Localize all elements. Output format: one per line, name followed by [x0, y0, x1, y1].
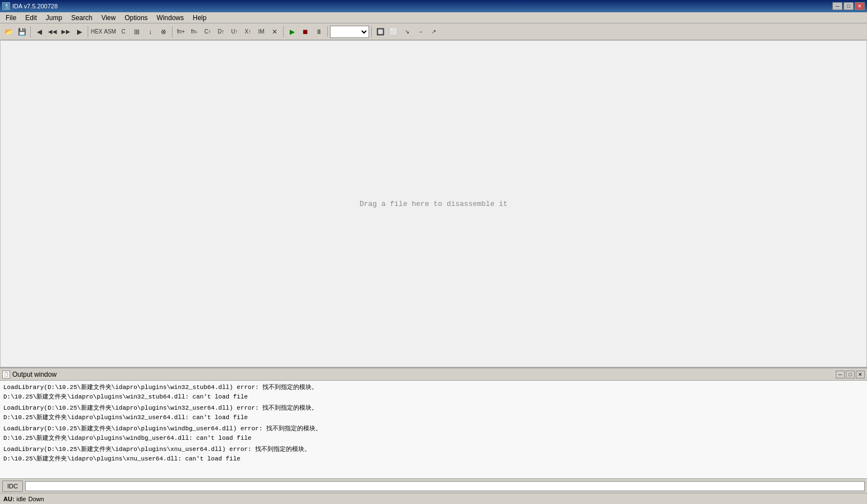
toolbar-xref[interactable]: X↑	[242, 26, 254, 38]
log-line2: D:\10.25\新建文件夹\idapro\plugins\win32_stub…	[3, 392, 864, 402]
toolbar-sep-2	[88, 26, 88, 37]
status-direction: Down	[28, 496, 44, 502]
output-minimize-button[interactable]: ─	[836, 371, 845, 378]
log-line2: D:\10.25\新建文件夹\idapro\plugins\xnu_user64…	[3, 454, 864, 464]
log-line1: LoadLibrary(D:\10.25\新建文件夹\idapro\plugin…	[3, 445, 864, 454]
menu-help[interactable]: Help	[188, 13, 211, 23]
menu-file[interactable]: File	[1, 13, 21, 23]
toolbar-import[interactable]: IM	[255, 26, 267, 38]
status-au-label: AU:	[3, 496, 15, 502]
app-icon: 🔬	[2, 2, 10, 10]
main-disassembly-area: Drag a file here to disassemble it	[0, 40, 867, 367]
status-bar: AU: idle Down	[0, 493, 867, 504]
idc-button[interactable]: IDC	[2, 481, 23, 492]
menu-edit[interactable]: Edit	[21, 13, 41, 23]
log-line2: D:\10.25\新建文件夹\idapro\plugins\windbg_use…	[3, 434, 864, 443]
toolbar-sep-5	[327, 26, 328, 37]
output-content[interactable]: LoadLibrary(D:\10.25\新建文件夹\idapro\plugin…	[0, 381, 867, 478]
output-panel-controls: ─ □ ✕	[836, 371, 865, 378]
status-state: idle	[17, 496, 26, 502]
minimize-button[interactable]: ─	[832, 2, 842, 10]
toolbar-back2[interactable]: ◀◀	[46, 26, 59, 38]
log-line1: LoadLibrary(D:\10.25\新建文件夹\idapro\plugin…	[3, 404, 864, 413]
output-close-button[interactable]: ✕	[856, 371, 865, 378]
app-header: File Edit Jump Search View Options Windo…	[0, 12, 867, 40]
toolbar-sep-6	[371, 26, 372, 37]
output-panel: 📋 Output window ─ □ ✕ LoadLibrary(D:\10.…	[0, 367, 867, 493]
toolbar-open[interactable]: 📂	[2, 26, 15, 38]
toolbar: 📂 💾 ◀ ◀◀ ▶▶ ▶ HEX ASM C ⊞ ↓ ⊗ fn+ fn- C↑…	[0, 23, 867, 40]
toolbar-back[interactable]: ◀	[33, 26, 45, 38]
toolbar-step-until-ret[interactable]: ↗	[428, 26, 440, 38]
toolbar-delete-func[interactable]: fn-	[188, 26, 200, 38]
toolbar-hex[interactable]: HEX	[90, 26, 103, 38]
toolbar-down-arrow[interactable]: ↓	[144, 26, 156, 38]
toolbar-c[interactable]: C	[117, 26, 130, 38]
menu-jump[interactable]: Jump	[41, 13, 66, 23]
output-panel-title: Output window	[12, 371, 56, 378]
toolbar-run[interactable]: ▶	[286, 26, 298, 38]
toolbar-process-options[interactable]: 🔲	[374, 26, 386, 38]
toolbar-sep-1	[30, 26, 31, 37]
menu-search[interactable]: Search	[66, 13, 97, 23]
menu-view[interactable]: View	[97, 13, 120, 23]
toolbar-cross[interactable]: ⊗	[157, 26, 170, 38]
log-line2: D:\10.25\新建文件夹\idapro\plugins\win32_user…	[3, 413, 864, 423]
menu-bar: File Edit Jump Search View Options Windo…	[0, 12, 867, 23]
title-bar-controls: ─ □ ✕	[832, 2, 865, 10]
toolbar-sep-3	[172, 26, 173, 37]
toolbar-pause[interactable]: ⏸	[313, 26, 325, 38]
log-entry: LoadLibrary(D:\10.25\新建文件夹\idapro\plugin…	[3, 383, 864, 401]
log-line1: LoadLibrary(D:\10.25\新建文件夹\idapro\plugin…	[3, 424, 864, 434]
toolbar-make-code[interactable]: C↑	[202, 26, 214, 38]
restore-button[interactable]: □	[844, 2, 854, 10]
title-bar: 🔬 IDA v7.5.200728 ─ □ ✕	[0, 0, 867, 12]
app-title: IDA v7.5.200728	[12, 3, 58, 9]
output-restore-button[interactable]: □	[846, 371, 855, 378]
output-panel-icon: 📋	[2, 371, 10, 378]
toolbar-create-func[interactable]: fn+	[175, 26, 187, 38]
drag-hint: Drag a file here to disassemble it	[360, 200, 507, 208]
toolbar-undefine[interactable]: U↑	[228, 26, 241, 38]
toolbar-forward2[interactable]: ▶▶	[60, 26, 72, 38]
toolbar-stop[interactable]: ⏹	[299, 26, 312, 38]
output-panel-title-group: 📋 Output window	[2, 371, 56, 378]
toolbar-sep-4	[283, 26, 284, 37]
toolbar-step-into[interactable]: ↘	[401, 26, 413, 38]
debugger-dropdown[interactable]	[330, 26, 369, 38]
log-line1: LoadLibrary(D:\10.25\新建文件夹\idapro\plugin…	[3, 383, 864, 392]
menu-options[interactable]: Options	[120, 13, 152, 23]
output-panel-header: 📋 Output window ─ □ ✕	[0, 368, 867, 381]
menu-windows[interactable]: Windows	[152, 13, 189, 23]
toolbar-attach[interactable]: ⬜	[387, 26, 400, 38]
log-entry: LoadLibrary(D:\10.25\新建文件夹\idapro\plugin…	[3, 424, 864, 443]
idc-input[interactable]	[25, 481, 865, 491]
toolbar-cancel[interactable]: ✕	[269, 26, 281, 38]
close-button[interactable]: ✕	[855, 2, 865, 10]
title-bar-left: 🔬 IDA v7.5.200728	[2, 2, 58, 10]
log-entry: LoadLibrary(D:\10.25\新建文件夹\idapro\plugin…	[3, 445, 864, 463]
log-entry: LoadLibrary(D:\10.25\新建文件夹\idapro\plugin…	[3, 404, 864, 422]
toolbar-graph[interactable]: ⊞	[131, 26, 143, 38]
toolbar-forward[interactable]: ▶	[73, 26, 85, 38]
toolbar-make-data[interactable]: D↑	[215, 26, 227, 38]
status-segment-au: AU: idle Down	[3, 496, 44, 502]
idc-bar: IDC	[0, 478, 867, 493]
toolbar-asm[interactable]: ASM	[104, 26, 116, 38]
toolbar-save[interactable]: 💾	[16, 26, 28, 38]
toolbar-step-over[interactable]: →	[414, 26, 427, 38]
